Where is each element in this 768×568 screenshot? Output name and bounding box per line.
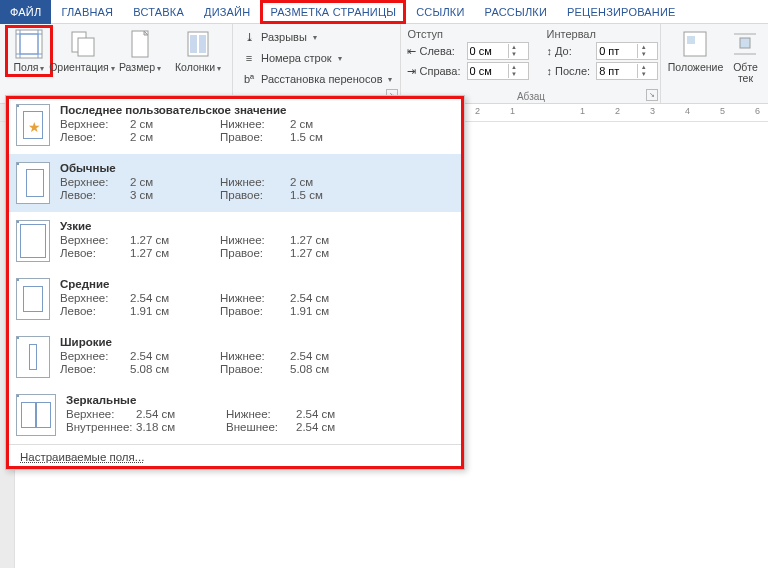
spacing-after-icon: ↕: [547, 65, 553, 77]
chevron-down-icon: ▾: [217, 64, 221, 73]
spacing-before-icon: ↕: [547, 45, 553, 57]
preset-thumb: [16, 394, 56, 436]
margins-label: Поля: [14, 61, 39, 73]
preset-thumb: [16, 278, 50, 320]
preset-title: Обычные: [60, 162, 454, 174]
margins-button[interactable]: Поля▾: [6, 26, 52, 76]
margin-preset-3[interactable]: СредниеВерхнее:2.54 смНижнее:2.54 смЛево…: [6, 270, 464, 328]
preset-title: Широкие: [60, 336, 454, 348]
preset-details: УзкиеВерхнее:1.27 смНижнее:1.27 смЛевое:…: [60, 220, 454, 262]
spacing-title: Интервал: [547, 28, 659, 40]
margin-preset-5[interactable]: ЗеркальныеВерхнее:2.54 смНижнее:2.54 смВ…: [6, 386, 464, 444]
preset-thumb: [16, 162, 50, 204]
tab-insert[interactable]: ВСТАВКА: [123, 0, 194, 24]
preset-details: СредниеВерхнее:2.54 смНижнее:2.54 смЛево…: [60, 278, 454, 320]
svg-rect-14: [740, 38, 750, 48]
hyphenation-icon: bª: [241, 71, 257, 87]
group-arrange: Положение Обте тек: [661, 24, 768, 103]
chevron-down-icon: ▾: [157, 64, 161, 73]
tab-mailings[interactable]: РАССЫЛКИ: [475, 0, 557, 24]
preset-details: Последнее пользовательское значениеВерхн…: [60, 104, 454, 146]
indent-left-label: ⇤Слева:: [407, 42, 460, 60]
line-numbers-button[interactable]: ≡Номера строк▾: [239, 49, 394, 67]
margin-preset-0[interactable]: ★Последнее пользовательское значениеВерх…: [6, 96, 464, 154]
tab-file[interactable]: ФАЙЛ: [0, 0, 51, 24]
position-label: Положение: [668, 61, 724, 73]
svg-rect-13: [687, 36, 695, 44]
ribbon: Поля▾ Ориентация▾ Размер▾ Колонки▾ ⤓Разр…: [0, 24, 768, 104]
svg-rect-7: [78, 38, 94, 56]
chevron-down-icon: ▾: [338, 54, 342, 63]
breaks-icon: ⤓: [241, 29, 257, 45]
spacing-after-label: ↕После:: [547, 62, 591, 80]
svg-rect-10: [190, 35, 197, 53]
chevron-down-icon: ▾: [388, 75, 392, 84]
chevron-down-icon: ▾: [40, 64, 44, 73]
columns-label: Колонки: [175, 61, 215, 73]
size-button[interactable]: Размер▾: [112, 26, 168, 76]
breaks-button[interactable]: ⤓Разрывы▾: [239, 28, 394, 46]
tab-review[interactable]: РЕЦЕНЗИРОВАНИЕ: [557, 0, 686, 24]
preset-title: Зеркальные: [66, 394, 454, 406]
preset-thumb: [16, 336, 50, 378]
line-numbers-icon: ≡: [241, 50, 257, 66]
orientation-label: Ориентация: [49, 61, 109, 73]
wrap-label: Обте тек: [733, 62, 758, 84]
size-label: Размер: [119, 61, 155, 73]
position-icon: [679, 28, 711, 60]
margin-preset-1[interactable]: ОбычныеВерхнее:2 смНижнее:2 смЛевое:3 см…: [6, 154, 464, 212]
indent-right-icon: ⇥: [407, 65, 416, 78]
indent-right-label: ⇥Справа:: [407, 62, 460, 80]
svg-rect-11: [199, 35, 206, 53]
preset-title: Узкие: [60, 220, 454, 232]
margins-dropdown: ★Последнее пользовательское значениеВерх…: [5, 95, 465, 470]
preset-title: Средние: [60, 278, 454, 290]
paragraph-launcher[interactable]: ↘: [646, 89, 658, 101]
tab-design[interactable]: ДИЗАЙН: [194, 0, 260, 24]
spacing-before-label: ↕До:: [547, 42, 591, 60]
position-button[interactable]: Положение: [667, 26, 723, 86]
tab-home[interactable]: ГЛАВНАЯ: [51, 0, 123, 24]
group-page-setup: Поля▾ Ориентация▾ Размер▾ Колонки▾: [0, 24, 233, 103]
preset-details: ШирокиеВерхнее:2.54 смНижнее:2.54 смЛево…: [60, 336, 454, 378]
group-paragraph: Отступ ⇤Слева: ▲▼ ⇥Справа: ▲▼ Интервал ↕…: [401, 24, 661, 103]
margins-icon: [13, 28, 45, 60]
indent-right-input[interactable]: ▲▼: [467, 62, 529, 80]
columns-button[interactable]: Колонки▾: [170, 26, 226, 76]
spacing-after-input[interactable]: ▲▼: [596, 62, 658, 80]
spacing-before-input[interactable]: ▲▼: [596, 42, 658, 60]
custom-margins-item[interactable]: Настраиваемые поля...: [6, 444, 464, 469]
preset-details: ЗеркальныеВерхнее:2.54 смНижнее:2.54 смВ…: [66, 394, 454, 436]
indent-left-input[interactable]: ▲▼: [467, 42, 529, 60]
preset-thumb: ★: [16, 104, 50, 146]
orientation-button[interactable]: Ориентация▾: [54, 26, 110, 76]
preset-title: Последнее пользовательское значение: [60, 104, 454, 116]
indent-title: Отступ: [407, 28, 528, 40]
margin-preset-4[interactable]: ШирокиеВерхнее:2.54 смНижнее:2.54 смЛево…: [6, 328, 464, 386]
tab-page-layout[interactable]: РАЗМЕТКА СТРАНИЦЫ: [260, 0, 406, 24]
columns-icon: [182, 28, 214, 60]
preset-details: ОбычныеВерхнее:2 смНижнее:2 смЛевое:3 см…: [60, 162, 454, 204]
tab-links[interactable]: ССЫЛКИ: [406, 0, 474, 24]
size-icon: [124, 28, 156, 60]
indent-left-icon: ⇤: [407, 45, 416, 58]
tab-bar: ФАЙЛ ГЛАВНАЯ ВСТАВКА ДИЗАЙН РАЗМЕТКА СТР…: [0, 0, 768, 24]
hyphenation-button[interactable]: bªРасстановка переносов▾: [239, 70, 394, 88]
chevron-down-icon: ▾: [313, 33, 317, 42]
margin-preset-2[interactable]: УзкиеВерхнее:1.27 смНижнее:1.27 смЛевое:…: [6, 212, 464, 270]
wrap-icon: [729, 28, 761, 60]
orientation-icon: [66, 28, 98, 60]
group-page-setup-small: ⤓Разрывы▾ ≡Номера строк▾ bªРасстановка п…: [233, 24, 401, 103]
preset-thumb: [16, 220, 50, 262]
wrap-text-button[interactable]: Обте тек: [725, 26, 765, 86]
